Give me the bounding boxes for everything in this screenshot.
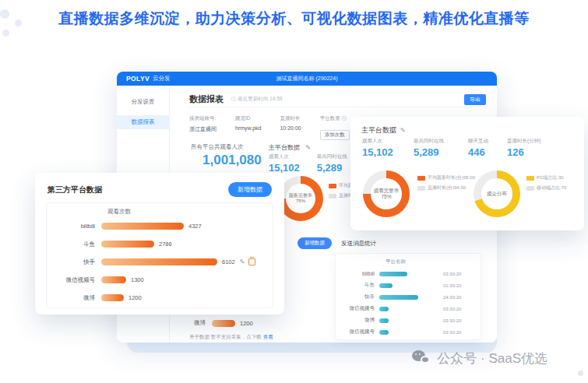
bar bbox=[379, 283, 393, 288]
stat-value: 446 bbox=[468, 146, 507, 158]
bar-label: 微信视频号 bbox=[47, 276, 101, 284]
wechat-icon bbox=[412, 350, 431, 367]
bar-value: 2786 bbox=[159, 241, 172, 248]
page-title: 数据报表 bbox=[189, 93, 224, 105]
decor-dot bbox=[2, 30, 9, 37]
duration-row: 微信视频号03:30:20 bbox=[342, 303, 474, 314]
footer-label: 公众号 · SaaS优选 bbox=[437, 350, 548, 367]
stat: 聊天互动446 bbox=[468, 138, 507, 158]
bar-row: 微信视频号1300 bbox=[47, 271, 273, 289]
stat-value: 126 bbox=[507, 146, 569, 158]
decor-dot bbox=[578, 371, 583, 376]
info-label: 平台数量 ⓘ bbox=[320, 115, 350, 122]
total-views-value: 1,001,080 bbox=[202, 153, 262, 168]
duration-row: 快手24:30:20 bbox=[342, 291, 474, 303]
duration-bar-wrap bbox=[379, 318, 440, 323]
bar-label: bilibili bbox=[47, 223, 101, 230]
bar bbox=[212, 320, 235, 327]
edit-icon[interactable]: ✎ bbox=[240, 258, 245, 265]
bar-label: 微博 bbox=[193, 319, 212, 327]
legend-swatch bbox=[526, 186, 534, 191]
duration-bar-chart: bilibili03:30:20斗鱼01:30:20快手24:30:20微信视频… bbox=[342, 268, 474, 338]
bar bbox=[101, 223, 184, 230]
donut-center-line: 观看完整率 bbox=[374, 188, 400, 194]
sidebar-item[interactable]: 数据报表 bbox=[117, 115, 169, 129]
footnote-text: 关于数据 暂不支持采集，点下载 bbox=[189, 334, 263, 339]
donut-center-line: 75% bbox=[381, 194, 391, 200]
bar-value: 1200 bbox=[240, 320, 253, 327]
add-data-pill-button[interactable]: 新增数据 bbox=[298, 237, 332, 249]
views-panel: 观看次数 bilibili4327斗鱼2786快手6102✎微信视频号1300微… bbox=[46, 202, 273, 308]
duration-label: bilibili bbox=[342, 271, 379, 276]
data-footnote: 关于数据 暂不支持采集，点下载 查看 bbox=[189, 334, 273, 341]
room-title: 测试直播间名称 (290224) bbox=[117, 75, 497, 83]
sidebar-item[interactable]: 分发设置 bbox=[117, 95, 169, 109]
duration-row: 微博03:30:20 bbox=[342, 314, 474, 326]
audience-distribution-donut: 观众分布 bbox=[474, 170, 520, 217]
watch-completion-donut: 观看完整率75% bbox=[363, 170, 410, 217]
legend-item: 直播时长(分)94:30 bbox=[417, 184, 475, 192]
stat: 最高同时在线5,289 bbox=[414, 138, 468, 158]
legend-item: 移动端占比:70 bbox=[526, 184, 566, 192]
bar-row: 快手6102✎ bbox=[47, 253, 273, 271]
main-platform-card-header: 主平台数据 ✎ bbox=[350, 117, 584, 135]
stat: 观看人次15,102 bbox=[362, 138, 414, 158]
add-data-button[interactable]: 新增数据 bbox=[228, 182, 272, 197]
info-row: 接发端账号:浙江直播间频道IDhrmyw.pkd直播时长10:20:00平台数量… bbox=[189, 115, 350, 140]
edit-icon[interactable]: ✎ bbox=[305, 144, 311, 151]
third-party-card-title: 第三方平台数据 bbox=[48, 184, 102, 195]
page: 直播数据多维沉淀，助力决策分析、可视化数据图表，精准优化直播等 POLYV 云分… bbox=[0, 0, 588, 383]
edit-icon[interactable]: ✎ bbox=[400, 127, 406, 134]
total-views-label: 所有平台共观看人次 bbox=[191, 143, 244, 151]
legend-swatch bbox=[526, 176, 534, 181]
duration-label: 斗鱼 bbox=[342, 282, 379, 289]
donut-center-label: 观众分布 bbox=[481, 178, 512, 209]
duration-bar-wrap bbox=[379, 307, 440, 311]
duration-bar-wrap bbox=[379, 283, 440, 288]
bar-value: 4327 bbox=[188, 223, 202, 230]
duration-chart-header: 平台名称 bbox=[386, 258, 474, 265]
bar-label: 斗鱼 bbox=[47, 241, 101, 248]
bar bbox=[379, 318, 389, 323]
legend-swatch bbox=[417, 176, 425, 181]
duration-label: 快手 bbox=[342, 293, 379, 300]
duration-value: 01:30:20 bbox=[443, 283, 461, 288]
bar bbox=[379, 330, 389, 335]
info-value: hrmyw.pkd bbox=[235, 125, 261, 131]
stat-value: 5,289 bbox=[317, 162, 347, 174]
legend-swatch bbox=[417, 186, 425, 191]
stat-value: 15,102 bbox=[362, 146, 414, 158]
bar-row: bilibili4327 bbox=[47, 217, 273, 235]
third-party-card-header: 第三方平台数据 新增数据 bbox=[35, 173, 284, 197]
bar-value: 1200 bbox=[129, 294, 142, 301]
legend-swatch bbox=[329, 194, 336, 199]
info-value: 浙江直播间 bbox=[189, 125, 217, 133]
window-titlebar: POLYV 云分发 测试直播间名称 (290224) bbox=[117, 72, 497, 86]
duration-row: 微信视频号03:30:20 bbox=[342, 326, 474, 338]
legend-label: PC端占比:30 bbox=[537, 174, 564, 181]
main-stats-row: 观看人次15,102最高同时在线5,289 bbox=[269, 153, 347, 174]
add-count-button[interactable]: 添加次数 bbox=[320, 130, 350, 140]
duration-value: 03:30:20 bbox=[443, 330, 461, 335]
trash-icon[interactable] bbox=[248, 258, 255, 265]
duration-label: 微信视频号 bbox=[342, 305, 379, 312]
legend-label: 移动端占比:70 bbox=[537, 184, 566, 192]
donut-center-label: 观看完整率75% bbox=[371, 178, 402, 209]
third-party-card: 第三方平台数据 新增数据 观看次数 bilibili4327斗鱼2786快手61… bbox=[35, 173, 284, 314]
view-link[interactable]: 查看 bbox=[263, 334, 273, 339]
legend-label: 直播时长(分)94:30 bbox=[428, 184, 466, 192]
weibo-bar-row: 微博 1200 bbox=[193, 319, 253, 327]
stat-label: 直播时长(分钟) bbox=[507, 138, 569, 145]
duration-value: 03:30:20 bbox=[443, 318, 461, 323]
duration-value: 03:30:20 bbox=[443, 307, 461, 311]
donut-center-line: 观看完整率 bbox=[289, 193, 312, 199]
donut-center-line: 75% bbox=[296, 199, 305, 205]
bar bbox=[101, 258, 217, 265]
legend-swatch bbox=[329, 184, 336, 188]
bar bbox=[379, 272, 407, 276]
stat-label: 聊天互动 bbox=[468, 138, 507, 145]
export-button[interactable]: 导出 bbox=[464, 94, 486, 105]
bar bbox=[379, 295, 418, 300]
info-field: 直播时长10:20:00 bbox=[280, 115, 301, 140]
duration-bar-wrap bbox=[379, 330, 440, 335]
